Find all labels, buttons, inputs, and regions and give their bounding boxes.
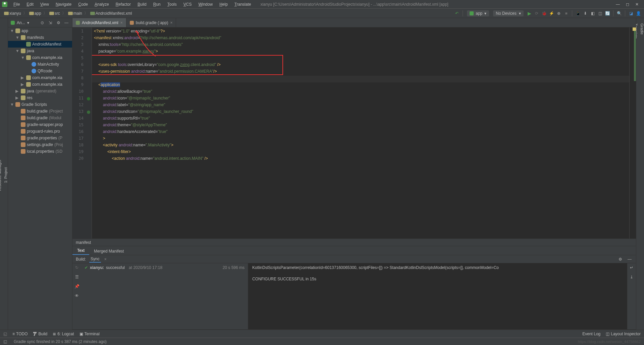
close-window-button[interactable]: ✕ [635, 2, 639, 7]
close-tab-icon[interactable]: × [120, 20, 123, 25]
menu-run[interactable]: Run [150, 1, 164, 8]
line-number[interactable]: 17 [72, 136, 92, 143]
device-selector[interactable]: No Devices ▾ [493, 10, 524, 16]
line-number[interactable]: 10 [72, 89, 92, 96]
gutter-icon-marker[interactable] [87, 111, 90, 114]
scroll-from-source-icon[interactable]: ⊙ [39, 20, 45, 26]
line-number[interactable]: 5 [72, 56, 92, 62]
code-line[interactable]: android:supportsRtl="true" [92, 116, 629, 123]
maximize-button[interactable]: ◻ [626, 2, 629, 7]
build-console[interactable]: KotlinDslScriptsParameter(correlationId=… [248, 263, 627, 329]
todo-toolwindow-button[interactable]: ≡ TODO [12, 332, 28, 336]
code-line[interactable] [92, 56, 629, 62]
code-line[interactable]: android:label="@string/app_name" [92, 102, 629, 109]
code-line[interactable]: <uses-permission android:name="android.p… [92, 69, 629, 76]
tree-arrow-icon[interactable]: ▼ [15, 49, 19, 53]
tree-arrow-icon[interactable]: ▼ [10, 28, 14, 33]
toolwindow-icon[interactable]: ◱ [3, 339, 7, 344]
tree-row[interactable]: build.gradle (Modul [8, 115, 72, 121]
pin-icon[interactable]: 📌 [74, 283, 80, 289]
tree-arrow-icon[interactable]: ▶ [15, 95, 19, 100]
code-line[interactable]: > [92, 136, 629, 143]
tree-arrow-icon[interactable]: ▶ [21, 82, 25, 87]
code-line[interactable] [92, 76, 629, 82]
run-configuration-selector[interactable]: app ▾ [467, 10, 489, 16]
breadcrumb-item[interactable]: src [48, 11, 61, 16]
editor-tab[interactable]: AndroidManifest.xml× [72, 18, 126, 27]
build-sync-tree[interactable]: ✔ xianyu: successful at 2020/9/10 17:18 … [81, 263, 248, 329]
build-toolwindow-button[interactable]: Build [33, 332, 47, 336]
tree-row[interactable]: ▼app [8, 27, 72, 34]
tree-arrow-icon[interactable]: ▼ [10, 102, 14, 107]
code-line[interactable]: <intent-filter> [92, 149, 629, 156]
search-everywhere-icon[interactable]: 🔍 [616, 10, 622, 16]
layout-inspector-button[interactable]: ◫ Layout Inspector [606, 332, 641, 336]
event-log-button[interactable]: Event Log [582, 332, 600, 336]
editor-gutter[interactable]: 1234567891011121314151617181920 [72, 27, 92, 238]
tree-row[interactable]: ▼manifests [8, 34, 72, 41]
code-line[interactable]: android:roundIcon="@mipmap/ic_launcher_r… [92, 109, 629, 116]
run-button[interactable]: ▶ [526, 10, 532, 16]
line-number[interactable]: 6 [72, 62, 92, 69]
menu-window[interactable]: Window [195, 1, 216, 8]
eye-filter-icon[interactable]: 👁 [74, 293, 80, 299]
build-hide-icon[interactable]: — [627, 256, 633, 262]
tree-row[interactable]: local.properties (SD [8, 148, 72, 155]
breadcrumb-item[interactable]: app [28, 11, 43, 16]
user-icon[interactable]: 👤 [635, 10, 641, 16]
tree-row[interactable]: ▼com.example.xia [8, 54, 72, 61]
line-number[interactable]: 13 [72, 109, 92, 116]
collapse-all-icon[interactable]: ⇲ [47, 20, 53, 26]
hide-panel-icon[interactable]: — [63, 20, 69, 26]
code-line[interactable]: android:theme="@style/AppTheme" [92, 123, 629, 129]
code-line[interactable]: android:hardwareAccelerated="true" [92, 129, 629, 136]
build-tree-row[interactable]: ✔ xianyu: successful at 2020/9/10 17:18 … [85, 265, 245, 270]
minimize-button[interactable]: — [616, 2, 620, 7]
editor-scrollbar[interactable] [629, 27, 636, 238]
editor-breadcrumb[interactable]: manifest [72, 238, 636, 246]
stop-button[interactable]: ■ [563, 10, 569, 16]
resource-manager-icon[interactable]: ◧ [590, 10, 596, 16]
menu-edit[interactable]: Edit [23, 1, 37, 8]
project-tree[interactable]: ▼app▼manifestsAndroidManifest▼java▼com.e… [8, 27, 72, 330]
menu-file[interactable]: File [10, 1, 23, 8]
code-line[interactable]: <manifest xmlns:android="http://schemas.… [92, 36, 629, 42]
build-sync-tab[interactable]: Sync [89, 256, 101, 263]
code-line[interactable]: android:icon="@mipmap/ic_launcher" [92, 96, 629, 102]
tree-arrow-icon[interactable]: ▼ [21, 55, 25, 60]
tree-row[interactable]: ▶java (generated) [8, 88, 72, 94]
line-number[interactable]: 18 [72, 143, 92, 149]
tree-row[interactable]: MainActivity [8, 61, 72, 68]
code-line[interactable]: xmlns:tools="http://schemas.android.com/… [92, 42, 629, 49]
attach-debugger-icon[interactable]: ⊕ [556, 10, 562, 16]
layout-inspector-icon[interactable]: ◫ [597, 10, 603, 16]
menu-navigate[interactable]: Navigate [52, 1, 75, 8]
breadcrumb-item[interactable]: main [67, 11, 84, 16]
line-number[interactable]: 1 [72, 29, 92, 36]
tree-row[interactable]: ▼Gradle Scripts [8, 101, 72, 108]
tree-arrow-icon[interactable]: ▼ [15, 35, 19, 40]
apply-changes-icon[interactable]: ⟳ [534, 10, 540, 16]
menu-build[interactable]: Build [134, 1, 150, 8]
menu-code[interactable]: Code [75, 1, 91, 8]
code-line[interactable]: <activity android:name=".MainActivity"> [92, 143, 629, 149]
line-number[interactable]: 11 [72, 96, 92, 102]
tree-row[interactable]: QRcode [8, 68, 72, 74]
code-line[interactable]: <application [92, 82, 629, 89]
project-view-selector[interactable]: An... [17, 20, 25, 25]
restart-icon[interactable]: ↻ [74, 265, 80, 271]
menu-vcs[interactable]: VCS [180, 1, 195, 8]
tree-row[interactable]: ▶res [8, 94, 72, 101]
logcat-toolwindow-button[interactable]: ≣ 6: Logcat [53, 332, 74, 336]
line-number[interactable]: 4 [72, 49, 92, 56]
tree-row[interactable]: ▶com.example.xia [8, 81, 72, 88]
filter-icon[interactable]: ☰ [74, 274, 80, 280]
menu-analyze[interactable]: Analyze [91, 1, 112, 8]
line-number[interactable]: 12 [72, 102, 92, 109]
tree-row[interactable]: build.gradle (Project [8, 108, 72, 115]
close-tab-icon[interactable]: × [104, 257, 107, 262]
tree-row[interactable]: settings.gradle (Proj [8, 141, 72, 148]
line-number[interactable]: 16 [72, 129, 92, 136]
menu-refactor[interactable]: Refactor [112, 1, 134, 8]
soft-wrap-icon[interactable]: ↵ [629, 265, 635, 271]
